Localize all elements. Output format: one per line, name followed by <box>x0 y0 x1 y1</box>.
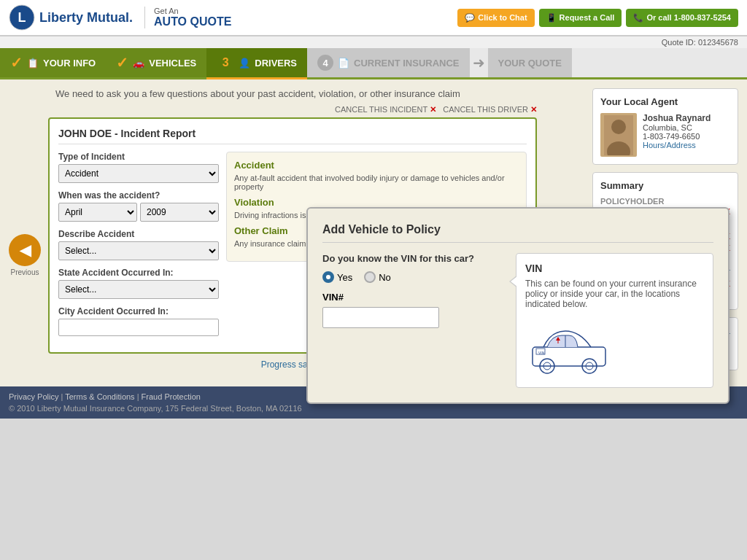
car-diagram-svg: VIN <box>525 318 613 376</box>
policyholder-label: Policyholder <box>600 197 730 206</box>
vin-label: VIN# <box>322 292 501 303</box>
svg-rect-5 <box>533 347 605 366</box>
describe-accident-select[interactable]: Select... <box>58 241 219 260</box>
step-current-insurance[interactable]: 4 📄 CURRENT INSURANCE <box>307 48 469 77</box>
state-group: State Accident Occurred In: Select... <box>58 268 219 299</box>
when-accident-group: When was the accident? April JanuaryFebr… <box>58 190 219 222</box>
prev-label: Previous <box>11 268 39 276</box>
city-input[interactable] <box>58 319 219 336</box>
phone-icon: 📞 <box>633 13 643 23</box>
tagline: Get An <box>154 7 231 15</box>
step-icon-person: 👤 <box>239 58 250 69</box>
vin-no-radio[interactable] <box>364 271 376 283</box>
call-button[interactable]: 📱 Request a Call <box>539 9 622 27</box>
logo: L Liberty Mutual. <box>9 4 133 31</box>
nav-prev-area: ◀ Previous <box>9 88 41 378</box>
step-icon-clipboard: 📋 <box>27 58 39 69</box>
describe-accident-label: Describe Accident <box>58 229 219 239</box>
svg-text:L: L <box>18 10 26 25</box>
steps-bar: ✓ 📋 YOUR INFO ✓ 🚗 VEHICLES 3 👤 DRIVERS 4… <box>0 48 747 79</box>
type-of-incident-group: Type of Incident Accident Violation Othe… <box>58 152 219 183</box>
cancel-incident-x[interactable]: ✕ <box>430 105 436 114</box>
popup-question: Do you know the VIN for this car? <box>322 253 501 264</box>
add-vehicle-popup: Add Vehicle to Policy Do you know the VI… <box>306 207 729 404</box>
step-current-insurance-label: CURRENT INSURANCE <box>354 58 459 69</box>
form-title: JOHN DOE - Incident Report <box>58 128 527 144</box>
step-icon-car: 🚗 <box>133 58 144 69</box>
date-row: April JanuaryFebruaryMarch MayJuneJuly A… <box>58 203 219 222</box>
no-label: No <box>379 272 391 283</box>
step-drivers[interactable]: 3 👤 DRIVERS <box>206 48 307 79</box>
cancel-driver-link[interactable]: CANCEL THIS DRIVER <box>443 105 528 114</box>
step-your-quote[interactable]: YOUR QUOTE <box>488 48 572 77</box>
footer-copyright: © 2010 Liberty Mutual Insurance Company,… <box>9 404 738 413</box>
step-your-info[interactable]: ✓ 📋 YOUR INFO <box>0 48 106 77</box>
step-icon-document: 📄 <box>338 58 349 69</box>
state-select[interactable]: Select... <box>58 280 219 299</box>
prev-button[interactable]: ◀ <box>9 234 41 266</box>
summary-title: Summary <box>600 180 730 191</box>
popup-title: Add Vehicle to Policy <box>322 223 713 243</box>
vin-yes-option[interactable]: Yes <box>322 271 352 283</box>
header-actions: 💬 Click to Chat 📱 Request a Call 📞 Or ca… <box>457 9 738 27</box>
step-your-info-label: YOUR INFO <box>43 58 96 69</box>
step-vehicles[interactable]: ✓ 🚗 VEHICLES <box>106 48 206 77</box>
logo-text: Liberty Mutual. <box>39 10 133 26</box>
type-of-incident-label: Type of Incident <box>58 152 219 162</box>
svg-point-3 <box>611 120 626 134</box>
auto-quote-label: AUTO QUOTE <box>154 15 231 28</box>
step-your-quote-label: YOUR QUOTE <box>498 58 562 69</box>
cancel-row: CANCEL THIS INCIDENT ✕ CANCEL THIS DRIVE… <box>48 105 537 114</box>
agent-box: Your Local Agent Joshua Raynard Columbia… <box>592 88 738 165</box>
agent-photo-svg <box>604 115 633 155</box>
agent-name: Joshua Raynard <box>643 113 711 123</box>
form-intro: We need to ask you a few questions about… <box>48 88 537 99</box>
yes-label: Yes <box>337 272 352 283</box>
arrow-separator: ➜ <box>470 48 488 77</box>
state-label: State Accident Occurred In: <box>58 268 219 278</box>
radio-dot <box>326 275 330 279</box>
popup-right: VIN This can be found on your current in… <box>516 253 713 388</box>
popup-left: Do you know the VIN for this car? Yes No… <box>322 253 501 388</box>
step-vehicles-label: VEHICLES <box>149 58 196 69</box>
year-select[interactable]: 2009 200820072006 2010 <box>140 203 219 222</box>
chat-button[interactable]: 💬 Click to Chat <box>457 9 534 27</box>
call-label: Request a Call <box>560 13 615 22</box>
form-left: Type of Incident Accident Violation Othe… <box>58 152 219 343</box>
cancel-driver-x[interactable]: ✕ <box>530 105 537 114</box>
agent-title: Your Local Agent <box>600 96 730 107</box>
cancel-incident-link[interactable]: CANCEL THIS INCIDENT <box>335 105 427 114</box>
vin-no-option[interactable]: No <box>364 271 391 283</box>
vin-input[interactable] <box>322 307 439 328</box>
step-num-4: 4 <box>317 55 333 71</box>
phone-label: Or call 1-800-837-5254 <box>646 13 731 22</box>
vin-tooltip-desc: This can be found on your current insura… <box>525 279 704 309</box>
accident-desc: Any at-fault accident that involved bodi… <box>234 174 519 191</box>
fraud-link[interactable]: Fraud Protection <box>142 392 201 401</box>
describe-accident-group: Describe Accident Select... <box>58 229 219 260</box>
quote-id: Quote ID: 012345678 <box>0 36 747 48</box>
terms-link[interactable]: Terms & Conditions <box>65 392 134 401</box>
call-icon: 📱 <box>546 13 557 23</box>
header: L Liberty Mutual. Get An AUTO QUOTE 💬 Cl… <box>0 0 747 36</box>
type-of-incident-select[interactable]: Accident Violation Other Claim <box>58 164 219 183</box>
radio-row: Yes No <box>322 271 501 283</box>
svg-text:VIN: VIN <box>538 351 545 355</box>
city-group: City Accident Occurred In: <box>58 306 219 336</box>
step-drivers-label: DRIVERS <box>255 58 297 69</box>
city-label: City Accident Occurred In: <box>58 306 219 316</box>
chat-label: Click to Chat <box>478 13 527 22</box>
agent-hours-link[interactable]: Hours/Address <box>643 141 696 149</box>
phone-button[interactable]: 📞 Or call 1-800-837-5254 <box>626 9 738 27</box>
agent-info: Joshua Raynard Columbia, SC 1-803-749-66… <box>600 113 730 157</box>
month-select[interactable]: April JanuaryFebruaryMarch MayJuneJuly A… <box>58 203 137 222</box>
vin-tooltip-title: VIN <box>525 262 704 274</box>
step-num-3: 3 <box>217 54 234 71</box>
privacy-link[interactable]: Privacy Policy <box>9 392 58 401</box>
accident-title: Accident <box>234 160 519 171</box>
vin-yes-radio[interactable] <box>322 271 334 283</box>
chat-icon: 💬 <box>465 13 475 23</box>
agent-location: Columbia, SC <box>643 123 711 132</box>
popup-body: Do you know the VIN for this car? Yes No… <box>322 253 713 388</box>
agent-photo <box>600 113 637 157</box>
